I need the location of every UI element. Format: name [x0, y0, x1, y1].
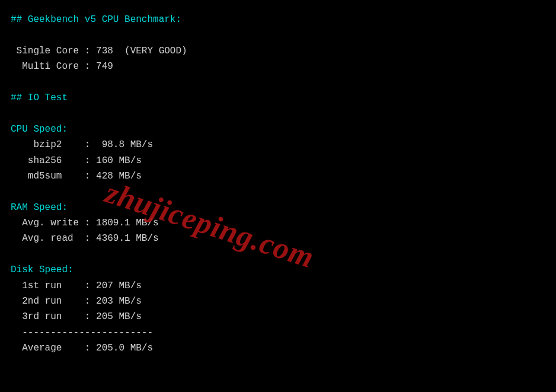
disk-row-label: 2nd run: [11, 296, 85, 307]
io-test-header: ## IO Test: [11, 93, 68, 103]
disk-row-label: 3rd run: [11, 311, 85, 322]
geekbench-multi-value: 749: [96, 61, 113, 72]
disk-separator: -----------------------: [11, 327, 153, 338]
disk-avg-label: Average: [11, 343, 85, 353]
ram-row-value: 1809.1 MB/s: [96, 218, 159, 228]
cpu-row-value: 160 MB/s: [96, 155, 142, 166]
disk-row-value: 203 MB/s: [96, 296, 142, 307]
disk-row-value: 205 MB/s: [96, 311, 142, 322]
cpu-row-label: sha256: [11, 155, 85, 166]
ram-speed-header: RAM Speed:: [11, 202, 68, 213]
disk-row-label: 1st run: [11, 281, 85, 291]
geekbench-multi-label: Multi Core: [11, 61, 79, 72]
disk-avg-value: 205.0 MB/s: [96, 343, 153, 353]
cpu-row-value: 98.8 MB/s: [96, 139, 153, 150]
cpu-row-value: 428 MB/s: [96, 171, 142, 181]
ram-row-label: Avg. write: [11, 218, 85, 228]
ram-row-value: 4369.1 MB/s: [96, 233, 159, 244]
ram-row-label: Avg. read: [11, 233, 85, 244]
cpu-speed-header: CPU Speed:: [11, 124, 68, 135]
geekbench-header: ## Geekbench v5 CPU Benchmark:: [11, 14, 181, 25]
disk-speed-header: Disk Speed:: [11, 264, 74, 275]
cpu-row-label: md5sum: [11, 171, 85, 181]
geekbench-single-value: 738 (VERY GOOD): [96, 46, 187, 56]
cpu-row-label: bzip2: [11, 139, 85, 150]
disk-row-value: 207 MB/s: [96, 281, 142, 291]
geekbench-single-label: Single Core: [11, 46, 79, 56]
